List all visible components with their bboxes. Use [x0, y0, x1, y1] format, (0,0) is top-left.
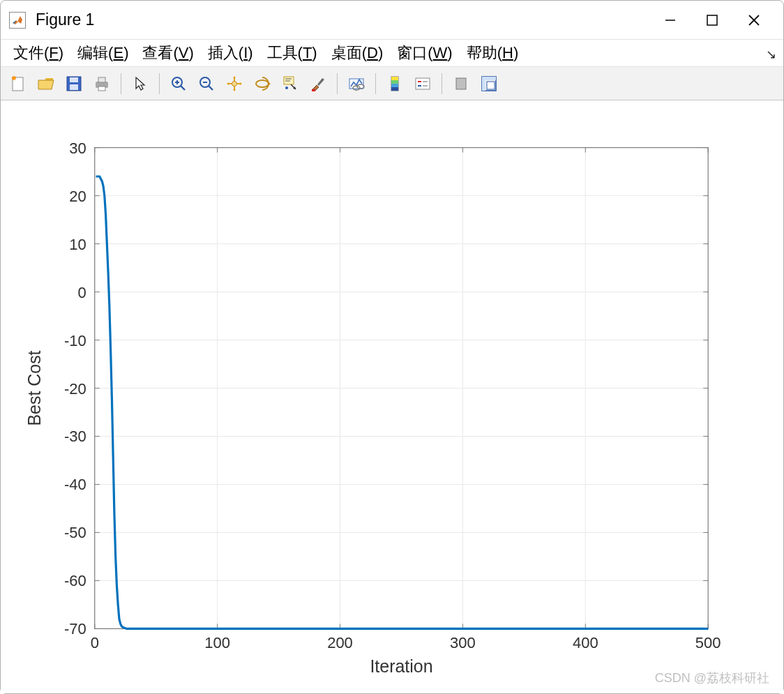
colorbar-icon[interactable] [383, 72, 407, 96]
y-tick-label: -30 [64, 428, 86, 445]
matlab-icon [9, 12, 26, 29]
menu-f[interactable]: 文件(F) [6, 43, 70, 63]
svg-point-6 [12, 76, 16, 80]
menu-i[interactable]: 插入(I) [201, 43, 260, 63]
figure-window: Figure 1 文件(F)编辑(E)查看(V)插入(I)工具(T)桌面(D)窗… [0, 0, 784, 694]
legend-icon[interactable] [411, 72, 435, 96]
axes: 0100200300400500-70-60-50-40-30-20-10010… [1, 100, 783, 693]
y-tick-label: -10 [64, 332, 86, 349]
rotate3d-icon[interactable] [250, 72, 274, 96]
menu-h[interactable]: 帮助(H) [460, 43, 526, 63]
svg-point-28 [285, 86, 288, 89]
data-cursor-icon[interactable] [278, 72, 302, 96]
minimize-button[interactable] [649, 13, 691, 27]
svg-rect-9 [70, 84, 78, 90]
svg-rect-43 [456, 78, 466, 89]
x-tick-label: 0 [91, 634, 99, 651]
x-tick-label: 200 [327, 634, 353, 651]
plot-area: 0100200300400500-70-60-50-40-30-20-10010… [1, 100, 783, 693]
toolbar-separator [159, 73, 160, 94]
y-tick-label: -50 [64, 524, 86, 541]
show-plot-tools-icon[interactable] [477, 72, 501, 96]
x-tick-label: 100 [204, 634, 230, 651]
y-tick-label: -70 [64, 620, 86, 638]
y-tick-label: -40 [64, 476, 86, 493]
print-icon[interactable] [90, 72, 114, 96]
svg-rect-11 [98, 77, 105, 82]
toolbar-separator [442, 73, 442, 94]
y-tick-label: -60 [64, 572, 86, 589]
y-tick-label: 30 [69, 139, 86, 157]
svg-rect-29 [312, 89, 315, 91]
menu-e[interactable]: 编辑(E) [70, 43, 135, 63]
menu-v[interactable]: 查看(V) [135, 43, 200, 63]
x-tick-label: 300 [450, 634, 476, 651]
toolbar-separator [375, 73, 376, 94]
menubar: 文件(F)编辑(E)查看(V)插入(I)工具(T)桌面(D)窗口(W)帮助(H)… [1, 39, 783, 67]
svg-rect-8 [70, 77, 78, 82]
x-tick-label: 400 [573, 634, 598, 651]
pan-icon[interactable] [223, 72, 246, 96]
x-tick-label: 500 [695, 634, 721, 651]
toolbar-separator [121, 73, 121, 94]
maximize-button[interactable] [691, 13, 733, 27]
new-figure-icon[interactable] [6, 72, 30, 96]
y-axis-label: Best Cost [24, 350, 44, 425]
svg-rect-12 [98, 86, 105, 91]
toolbar [1, 67, 783, 100]
menu-d[interactable]: 桌面(D) [324, 43, 391, 63]
titlebar: Figure 1 [1, 1, 783, 39]
svg-point-20 [232, 81, 237, 86]
window-title: Figure 1 [36, 10, 94, 29]
open-icon[interactable] [34, 72, 58, 96]
svg-rect-46 [482, 80, 485, 91]
toolbar-separator [337, 73, 338, 94]
series-line [96, 176, 709, 628]
svg-rect-36 [391, 84, 398, 87]
hide-plot-tools-icon[interactable] [449, 72, 473, 96]
y-tick-label: 0 [78, 284, 86, 301]
y-tick-label: 20 [69, 188, 86, 205]
menu-t[interactable]: 工具(T) [260, 43, 324, 63]
svg-line-18 [209, 86, 213, 90]
y-tick-label: -20 [64, 380, 86, 398]
svg-rect-38 [416, 78, 430, 89]
brush-icon[interactable] [306, 72, 330, 96]
zoom-out-icon[interactable] [195, 72, 218, 96]
svg-rect-34 [391, 77, 398, 80]
svg-rect-35 [391, 80, 398, 84]
save-icon[interactable] [62, 72, 86, 96]
link-plot-icon[interactable] [345, 72, 368, 96]
menu-w[interactable]: 窗口(W) [390, 43, 459, 63]
zoom-in-icon[interactable] [167, 72, 190, 96]
y-tick-label: 10 [69, 236, 86, 253]
svg-rect-47 [487, 82, 495, 89]
pointer-icon[interactable] [128, 72, 152, 96]
svg-line-14 [181, 86, 185, 90]
svg-marker-22 [268, 82, 271, 86]
svg-rect-37 [391, 87, 398, 91]
svg-rect-45 [482, 77, 496, 80]
svg-rect-1 [707, 15, 717, 25]
svg-point-21 [256, 80, 269, 87]
close-button[interactable] [733, 13, 775, 28]
x-axis-label: Iteration [370, 656, 432, 676]
dock-arrow-icon[interactable]: ↘ [766, 47, 776, 62]
